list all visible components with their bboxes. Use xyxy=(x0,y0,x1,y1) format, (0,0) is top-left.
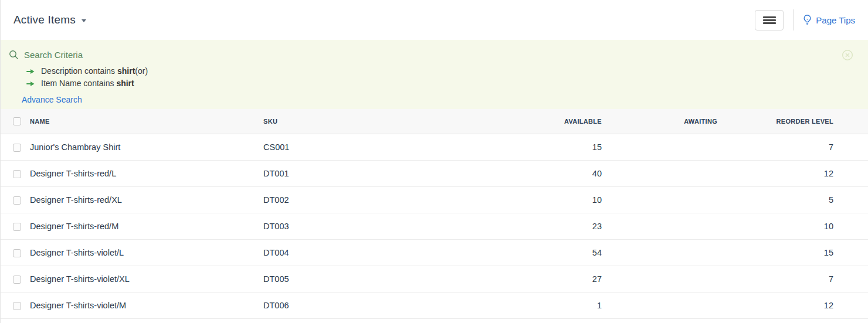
table-row[interactable]: Designer T-shirts-violet/M DT006 1 12 xyxy=(1,292,868,318)
item-available: 15 xyxy=(458,134,602,160)
item-name[interactable]: Designer T-shirts-red/L xyxy=(30,160,263,186)
item-available: 1 xyxy=(458,292,602,318)
item-available: 23 xyxy=(458,213,602,239)
column-header-name[interactable]: NAME xyxy=(30,109,263,134)
item-sku: DT005 xyxy=(263,266,458,292)
item-reorder-level: 12 xyxy=(717,292,868,318)
item-awaiting xyxy=(602,292,717,318)
item-name[interactable]: Junior's Chambray Shirt xyxy=(30,134,263,160)
search-criteria-header: Search Criteria xyxy=(9,50,856,60)
item-awaiting xyxy=(602,266,717,292)
item-awaiting xyxy=(602,213,717,239)
close-circle-icon xyxy=(842,54,853,63)
advance-search-link[interactable]: Advance Search xyxy=(22,95,82,104)
item-sku: DT004 xyxy=(263,239,458,266)
active-items-page: Active Items Page Tips xyxy=(0,0,868,323)
select-all-checkbox[interactable] xyxy=(13,117,21,125)
criterion-text: Item Name contains shirt xyxy=(41,77,134,90)
item-reorder-level: 15 xyxy=(717,239,868,266)
item-available: 10 xyxy=(458,186,602,213)
table-row[interactable]: Designer T-shirts-violet/L DT004 54 15 xyxy=(1,239,868,266)
item-name[interactable]: Designer T-shirts-red/XL xyxy=(30,186,263,213)
item-reorder-level: 5 xyxy=(717,186,868,213)
item-awaiting xyxy=(602,186,717,213)
search-criteria-title: Search Criteria xyxy=(24,50,83,60)
column-header-sku[interactable]: SKU xyxy=(263,109,458,134)
topbar-actions: Page Tips xyxy=(755,9,855,30)
table-row[interactable]: Junior's Chambray Shirt CS001 15 7 xyxy=(1,134,868,160)
item-reorder-level: 10 xyxy=(717,213,868,239)
item-awaiting xyxy=(602,134,717,160)
row-checkbox[interactable] xyxy=(13,170,21,178)
row-checkbox[interactable] xyxy=(13,196,21,205)
table-header: NAME SKU AVAILABLE AWAITING REORDER LEVE… xyxy=(1,109,868,134)
item-awaiting xyxy=(602,160,717,186)
column-header-awaiting[interactable]: AWAITING xyxy=(602,109,717,134)
item-reorder-level: 12 xyxy=(717,160,868,186)
topbar: Active Items Page Tips xyxy=(1,0,868,40)
arrow-right-icon xyxy=(26,69,35,74)
item-awaiting xyxy=(602,239,717,266)
criterion-item-name: Item Name contains shirt xyxy=(26,77,856,90)
search-icon xyxy=(9,50,19,60)
table-row[interactable]: Designer T-shirts-red/M DT003 23 10 xyxy=(1,213,868,239)
page-title-dropdown[interactable]: Active Items xyxy=(13,13,86,26)
item-available: 27 xyxy=(458,266,602,292)
items-table: NAME SKU AVAILABLE AWAITING REORDER LEVE… xyxy=(1,109,868,319)
vertical-divider xyxy=(793,9,794,30)
page-tips-link[interactable]: Page Tips xyxy=(803,14,855,26)
item-name[interactable]: Designer T-shirts-violet/L xyxy=(30,239,263,266)
criteria-list: Description contains shirt(or) Item Name… xyxy=(26,65,856,90)
table-row[interactable]: Designer T-shirts-violet/XL DT005 27 7 xyxy=(1,266,868,292)
lightbulb-icon xyxy=(803,14,812,26)
item-sku: CS001 xyxy=(263,134,458,160)
row-checkbox[interactable] xyxy=(13,144,21,152)
close-banner-button[interactable] xyxy=(842,49,853,61)
table-row[interactable]: Designer T-shirts-red/L DT001 40 12 xyxy=(1,160,868,186)
item-available: 54 xyxy=(458,239,602,266)
column-header-available[interactable]: AVAILABLE xyxy=(458,109,602,134)
item-sku: DT003 xyxy=(263,213,458,239)
column-header-reorder-level[interactable]: REORDER LEVEL xyxy=(717,109,868,134)
item-name[interactable]: Designer T-shirts-violet/M xyxy=(30,292,263,318)
search-criteria-banner: Search Criteria Description contains shi… xyxy=(1,40,868,109)
page-tips-label: Page Tips xyxy=(816,15,855,25)
item-reorder-level: 7 xyxy=(717,134,868,160)
hamburger-menu-button[interactable] xyxy=(755,10,784,30)
page-title: Active Items xyxy=(13,13,76,26)
row-checkbox[interactable] xyxy=(13,302,21,310)
item-sku: DT002 xyxy=(263,186,458,213)
item-reorder-level: 7 xyxy=(717,266,868,292)
criterion-text: Description contains shirt(or) xyxy=(41,65,148,77)
arrow-right-icon xyxy=(26,81,35,87)
row-checkbox[interactable] xyxy=(13,249,21,257)
row-checkbox[interactable] xyxy=(13,223,21,231)
item-sku: DT001 xyxy=(263,160,458,186)
table-body: Junior's Chambray Shirt CS001 15 7 Desig… xyxy=(1,134,868,318)
item-available: 40 xyxy=(458,160,602,186)
hamburger-icon xyxy=(763,16,776,18)
table-row[interactable]: Designer T-shirts-red/XL DT002 10 5 xyxy=(1,186,868,213)
caret-down-icon xyxy=(82,19,86,22)
item-name[interactable]: Designer T-shirts-red/M xyxy=(30,213,263,239)
criterion-description: Description contains shirt(or) xyxy=(26,65,856,77)
item-sku: DT006 xyxy=(263,292,458,318)
row-checkbox[interactable] xyxy=(13,276,21,284)
item-name[interactable]: Designer T-shirts-violet/XL xyxy=(30,266,263,292)
